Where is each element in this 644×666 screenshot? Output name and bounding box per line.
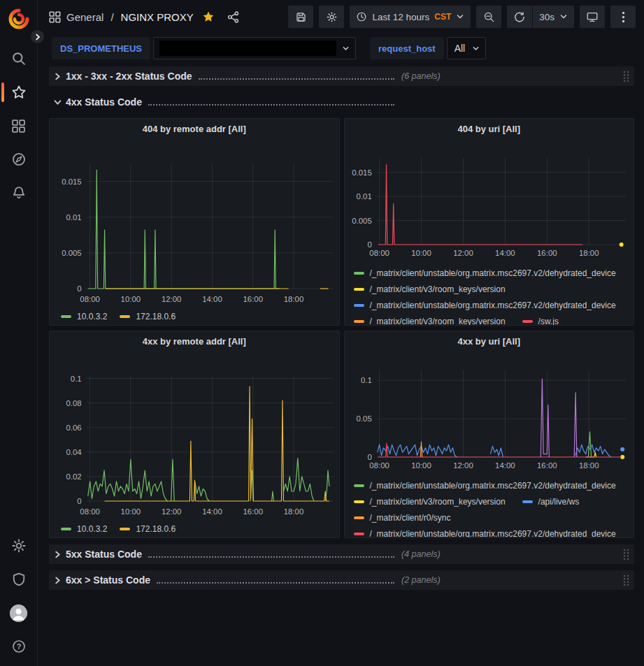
- legend-item[interactable]: 172.18.0.6: [120, 312, 176, 321]
- drag-handle-icon[interactable]: [622, 70, 630, 82]
- svg-text:?: ?: [16, 642, 21, 651]
- chart-area[interactable]: 08:0010:0012:0014:0016:0018:0000.020.040…: [50, 351, 339, 537]
- bell-icon: [11, 185, 27, 201]
- svg-text:10:00: 10:00: [121, 507, 141, 516]
- cycle-view-mode-button[interactable]: [580, 6, 605, 28]
- sidebar-item-explore[interactable]: [0, 143, 38, 176]
- legend-item[interactable]: /_matrix/client/unstable/org.matrix.msc2…: [354, 268, 616, 278]
- panel-title[interactable]: 4xx by remote addr [All]: [50, 331, 339, 351]
- variable-value-dropdown[interactable]: All: [447, 37, 487, 59]
- legend-swatch: [354, 500, 364, 503]
- panel-title[interactable]: 404 by uri [All]: [345, 119, 634, 138]
- sidebar-item-server-admin[interactable]: [0, 563, 38, 596]
- svg-text:14:00: 14:00: [495, 461, 515, 470]
- grafana-logo[interactable]: [8, 8, 29, 29]
- row-header-4xx[interactable]: 4xx Status Code: [49, 92, 634, 112]
- search-icon: [11, 51, 27, 66]
- legend-label: /sw.js: [538, 317, 559, 326]
- row-header-1xx-3xx-2xx[interactable]: 1xx - 3xx - 2xx Status Code (6 panels): [49, 66, 634, 86]
- sidebar-item-profile[interactable]: [0, 596, 38, 630]
- row-title: 5xx Status Code: [66, 549, 142, 560]
- chart-area[interactable]: 08:0010:0012:0014:0016:0018:0000.0050.01…: [345, 138, 634, 325]
- top-nav: General / NGINX PROXY Last 12 hours: [38, 0, 644, 34]
- panel-grid: 404 by remote addr [All] 08:0010:0012:00…: [49, 118, 634, 538]
- sidebar-item-search[interactable]: [0, 42, 38, 75]
- refresh-button[interactable]: [507, 6, 532, 28]
- share-icon[interactable]: [227, 11, 239, 23]
- legend-item[interactable]: /_matrix/client/unstable/org.matrix.msc2…: [354, 529, 616, 539]
- svg-text:0.04: 0.04: [66, 448, 82, 456]
- time-range-picker[interactable]: Last 12 hours CST: [350, 6, 471, 28]
- save-dashboard-button[interactable]: [288, 6, 313, 28]
- star-icon: [11, 85, 27, 100]
- sidebar-item-settings[interactable]: [0, 529, 38, 563]
- variables-bar: DS_PROMETHEUS request_host All: [38, 34, 644, 63]
- breadcrumb-section[interactable]: General: [66, 11, 103, 23]
- legend-label: /_matrix/client/unstable/org.matrix.msc2…: [370, 268, 616, 278]
- legend-item[interactable]: 10.0.3.2: [61, 312, 107, 321]
- variable-value-dropdown[interactable]: [153, 37, 356, 59]
- row-panel-count: (6 panels): [401, 71, 441, 81]
- time-series-plot[interactable]: 08:0010:0012:0014:0016:0018:0000.0050.01…: [50, 138, 339, 309]
- toolbar: Last 12 hours CST 30s: [288, 6, 636, 28]
- chevron-down-icon: [472, 45, 480, 52]
- avatar: [10, 605, 27, 622]
- sidebar-item-starred[interactable]: [0, 75, 38, 109]
- legend-item[interactable]: /_matrix/client/unstable/org.matrix.msc2…: [354, 301, 616, 310]
- chevron-right-icon: [52, 551, 63, 558]
- svg-text:0.005: 0.005: [352, 217, 372, 225]
- legend-item[interactable]: /_matrix/client/v3/room_keys/version: [354, 284, 506, 294]
- kebab-menu-button[interactable]: [610, 6, 636, 28]
- legend-item[interactable]: /sw.js: [522, 317, 559, 326]
- legend-label: /_matrix/client/v3/room_keys/version: [370, 317, 506, 326]
- svg-text:10:00: 10:00: [121, 295, 141, 303]
- gear-icon: [11, 538, 27, 553]
- help-icon: ?: [11, 639, 27, 654]
- legend-item[interactable]: /_matrix/client/unstable/org.matrix.msc2…: [354, 481, 616, 491]
- panel-title[interactable]: 404 by remote addr [All]: [50, 119, 339, 138]
- legend-label: /_matrix/client/r0/sync: [370, 513, 451, 523]
- sidebar-item-help[interactable]: ?: [0, 630, 38, 663]
- drag-handle-icon[interactable]: [622, 574, 630, 586]
- zoom-out-time-button[interactable]: [476, 6, 501, 28]
- drag-handle-icon[interactable]: [622, 548, 630, 560]
- row-title: 6xx > Status Code: [66, 574, 150, 586]
- svg-text:18:00: 18:00: [578, 461, 599, 470]
- dashboard-settings-button[interactable]: [319, 6, 344, 28]
- legend-item[interactable]: 10.0.3.2: [61, 524, 107, 534]
- chart-area[interactable]: 08:0010:0012:0014:0016:0018:0000.050.1/_…: [345, 351, 634, 537]
- chart-area[interactable]: 08:0010:0012:0014:0016:0018:0000.0050.01…: [50, 138, 339, 325]
- row-header-6xx[interactable]: 6xx > Status Code (2 panels): [49, 570, 634, 590]
- svg-text:0.06: 0.06: [66, 424, 81, 432]
- legend-item[interactable]: /api/live/ws: [522, 497, 580, 507]
- svg-text:0: 0: [367, 240, 371, 249]
- legend-swatch: [354, 516, 364, 519]
- legend-item[interactable]: 172.18.0.6: [120, 524, 176, 534]
- row-header-5xx[interactable]: 5xx Status Code (4 panels): [49, 544, 634, 564]
- time-series-plot[interactable]: 08:0010:0012:0014:0016:0018:0000.050.1: [345, 351, 634, 474]
- apps-grid-icon[interactable]: [49, 11, 61, 23]
- refresh-interval-dropdown[interactable]: 30s: [533, 6, 574, 28]
- panel-title[interactable]: 4xx by uri [All]: [345, 331, 634, 351]
- time-series-plot[interactable]: 08:0010:0012:0014:0016:0018:0000.0050.01…: [345, 138, 634, 261]
- dashboard-canvas: 1xx - 3xx - 2xx Status Code (6 panels) 4…: [38, 63, 644, 666]
- legend-item[interactable]: /_matrix/client/v3/room_keys/version: [354, 497, 506, 507]
- sidebar-item-alerting[interactable]: [0, 176, 38, 210]
- legend-item[interactable]: /_matrix/client/v3/room_keys/version: [354, 317, 506, 326]
- svg-text:0.005: 0.005: [62, 249, 82, 257]
- legend-swatch: [354, 533, 364, 535]
- svg-text:18:00: 18:00: [284, 507, 304, 516]
- svg-text:08:00: 08:00: [80, 295, 100, 303]
- legend-swatch: [354, 304, 364, 307]
- time-series-plot[interactable]: 08:0010:0012:0014:0016:0018:0000.020.040…: [50, 351, 339, 521]
- svg-text:18:00: 18:00: [284, 295, 304, 303]
- dotted-leader: [148, 556, 394, 558]
- favorite-star-icon[interactable]: [202, 10, 215, 23]
- breadcrumb-separator: /: [109, 11, 115, 23]
- row-title: 1xx - 3xx - 2xx Status Code: [66, 71, 192, 82]
- sidebar-item-dashboards[interactable]: [0, 109, 38, 143]
- legend-swatch: [120, 528, 130, 530]
- variable-request-host: request_host All: [370, 37, 486, 59]
- chevron-down-icon: [52, 99, 63, 106]
- legend-item[interactable]: /_matrix/client/r0/sync: [354, 513, 451, 523]
